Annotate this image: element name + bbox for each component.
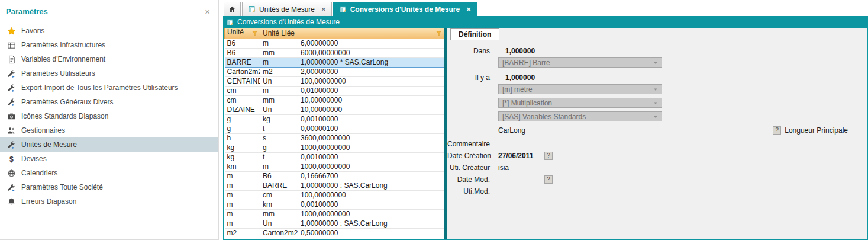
tab-definition[interactable]: Définition [450, 28, 499, 40]
table-cell[interactable]: m [225, 190, 260, 200]
table-row[interactable]: B6m6,00000000 [225, 39, 444, 48]
table-cell[interactable]: s [260, 133, 298, 143]
table-row[interactable]: mB60,16666700 [225, 171, 444, 181]
table-cell[interactable]: m2 [225, 228, 260, 238]
sidebar-item[interactable]: Icônes Standards Diapason [0, 109, 218, 123]
table-cell[interactable]: 6,00000000 [298, 39, 444, 48]
dans-unit-select[interactable]: [BARRE] Barre [498, 57, 662, 68]
table-cell[interactable]: 0,01000000 [298, 86, 444, 95]
table-row[interactable]: CENTAINEUn100,00000000 [225, 76, 444, 86]
help-button[interactable]: ? [773, 126, 781, 135]
table-cell[interactable]: 1,00000000 * SAS.CarLong [298, 57, 444, 67]
sidebar-item[interactable]: Favoris [0, 24, 218, 38]
sidebar-item[interactable]: Paramètres Utilisateurs [0, 66, 218, 81]
table-cell[interactable]: g [225, 114, 260, 124]
table-cell[interactable]: 0,16666700 [298, 171, 444, 181]
table-cell[interactable]: 2,00000000 [298, 67, 444, 76]
column-header-unite-liee[interactable]: Unité Liée [260, 28, 298, 39]
column-header-value[interactable] [298, 28, 444, 39]
table-cell[interactable]: DIZAINE [225, 105, 260, 114]
table-cell[interactable]: kg [225, 143, 260, 152]
table-cell[interactable]: Un [260, 219, 298, 228]
table-cell[interactable]: mm [260, 48, 298, 57]
tab[interactable]: Unités de Mesure × [242, 2, 332, 16]
sidebar-item[interactable]: $ Devises [0, 152, 218, 166]
table-row[interactable]: kmm1000,00000000 [225, 162, 444, 171]
table-cell[interactable]: t [260, 152, 298, 162]
table-row[interactable]: B6mm6000,00000000 [225, 48, 444, 57]
unit-select[interactable]: [m] mètre [498, 84, 662, 94]
table-cell[interactable]: 1000,00000000 [298, 162, 444, 171]
table-row[interactable]: mUn1,00000000 : SAS.CarLong [225, 219, 444, 228]
table-cell[interactable]: kg [260, 114, 298, 124]
calendar-help-button[interactable]: ? [544, 152, 553, 160]
table-cell[interactable]: cm [260, 190, 298, 200]
sidebar-item[interactable]: Variables d'Environnement [0, 52, 218, 66]
table-cell[interactable]: Carton2m2 [225, 67, 260, 76]
table-cell[interactable]: B6 [225, 48, 260, 57]
table-cell[interactable]: m [225, 181, 260, 190]
sidebar-item[interactable]: Export-Import de Tous les Paramètres Uti… [0, 81, 218, 95]
table-row[interactable]: mcm100,00000000 [225, 190, 444, 200]
close-icon[interactable]: × [205, 7, 210, 16]
table-row[interactable]: BARREm1,00000000 * SAS.CarLong [225, 57, 444, 67]
table-cell[interactable]: Un [260, 105, 298, 114]
table-row[interactable]: mBARRE1,00000000 : SAS.CarLong [225, 181, 444, 190]
table-cell[interactable]: BARRE [225, 57, 260, 67]
tab-home[interactable] [224, 2, 241, 16]
column-header-unite[interactable]: Unité [225, 28, 260, 39]
table-cell[interactable]: m [260, 86, 298, 95]
table-cell[interactable]: 10,00000000 [298, 105, 444, 114]
table-cell[interactable]: m [225, 219, 260, 228]
table-cell[interactable]: m [260, 39, 298, 48]
table-cell[interactable]: 6000,00000000 [298, 48, 444, 57]
table-row[interactable]: mmm1000,00000000 [225, 209, 444, 219]
table-cell[interactable]: t [260, 124, 298, 133]
tab-close-icon[interactable]: × [321, 5, 326, 13]
tab[interactable]: Conversions d'Unités de Mesure × [333, 2, 477, 16]
table-cell[interactable]: m [225, 200, 260, 209]
table-row[interactable]: gkg0,00100000 [225, 114, 444, 124]
table-row[interactable]: mkm0,00100000 [225, 200, 444, 209]
table-cell[interactable]: m [260, 162, 298, 171]
table-cell[interactable]: 1,00000000 : SAS.CarLong [298, 181, 444, 190]
table-cell[interactable]: 0,00100000 [298, 152, 444, 162]
table-row[interactable]: gt0,00000100 [225, 124, 444, 133]
sidebar-item[interactable]: Paramètres Infrastructures [0, 38, 218, 52]
table-cell[interactable]: mm [260, 209, 298, 219]
sidebar-item[interactable]: Gestionnaires [0, 123, 218, 137]
table-cell[interactable]: m2 [260, 67, 298, 76]
table-cell[interactable]: km [260, 200, 298, 209]
table-cell[interactable]: Carton2m2 [260, 228, 298, 238]
table-cell[interactable]: m [260, 57, 298, 67]
table-cell[interactable]: kg [225, 152, 260, 162]
table-cell[interactable]: Un [260, 76, 298, 86]
table-cell[interactable]: 0,00100000 [298, 200, 444, 209]
sidebar-item[interactable]: Paramètres Généraux Divers [0, 95, 218, 109]
table-cell[interactable]: 100,00000000 [298, 76, 444, 86]
operation-select[interactable]: [*] Multiplication [498, 98, 662, 108]
table-row[interactable]: hs3600,00000000 [225, 133, 444, 143]
table-row[interactable]: kgg1000,00000000 [225, 143, 444, 152]
table-cell[interactable]: 0,50000000 [298, 228, 444, 238]
table-cell[interactable]: km [225, 162, 260, 171]
variable-group-select[interactable]: [SAS] Variables Standards [498, 111, 662, 121]
table-cell[interactable]: BARRE [260, 181, 298, 190]
column-options-icon[interactable] [436, 30, 441, 38]
sidebar-item[interactable]: Unités de Mesure [0, 137, 218, 152]
table-cell[interactable]: h [225, 133, 260, 143]
sidebar-item[interactable]: Calendriers [0, 166, 218, 180]
table-row[interactable]: DIZAINEUn10,00000000 [225, 105, 444, 114]
table-row[interactable]: cmm0,01000000 [225, 86, 444, 95]
table-cell[interactable]: CENTAINE [225, 76, 260, 86]
calendar-help-button[interactable]: ? [544, 175, 553, 184]
tab-close-icon[interactable]: × [466, 5, 471, 13]
table-cell[interactable]: 10,00000000 [298, 95, 444, 105]
table-cell[interactable]: g [260, 143, 298, 152]
table-row[interactable]: m2Carton2m20,50000000 [225, 228, 444, 238]
table-cell[interactable]: 0,00000100 [298, 124, 444, 133]
table-cell[interactable]: 1000,00000000 [298, 143, 444, 152]
table-cell[interactable]: B6 [225, 39, 260, 48]
table-cell[interactable]: 1,00000000 : SAS.CarLong [298, 219, 444, 228]
sidebar-item[interactable]: Erreurs Diapason [0, 194, 218, 209]
